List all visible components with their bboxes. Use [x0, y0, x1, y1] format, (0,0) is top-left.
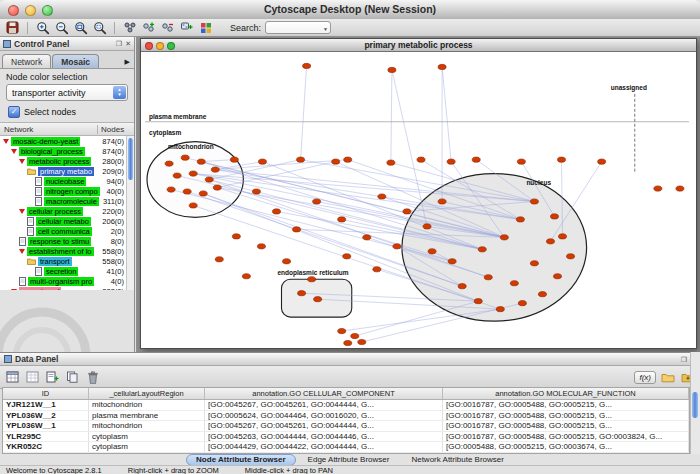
- table-column-header[interactable]: _cellularLayoutRegion: [89, 388, 205, 399]
- table-scrollbar-thumb[interactable]: [692, 392, 698, 418]
- tree-scrollbar-thumb[interactable]: [128, 138, 133, 180]
- network-node[interactable]: [438, 64, 446, 69]
- tab-edge-attribute-browser[interactable]: Edge Attribute Browser: [298, 454, 400, 466]
- close-network-icon[interactable]: [145, 42, 153, 50]
- network-node[interactable]: [516, 217, 524, 222]
- network-node[interactable]: [199, 191, 207, 196]
- network-node[interactable]: [496, 307, 504, 312]
- network-node[interactable]: [242, 274, 250, 279]
- table-cell[interactable]: YPL036W__1: [3, 421, 89, 431]
- network-node[interactable]: [344, 157, 352, 162]
- network-node[interactable]: [211, 167, 219, 172]
- network-node[interactable]: [518, 301, 526, 306]
- network-edge[interactable]: [442, 67, 451, 162]
- network-node[interactable]: [438, 199, 446, 204]
- zoom-in-button[interactable]: [34, 20, 51, 36]
- search-input[interactable]: [266, 22, 330, 33]
- network-node[interactable]: [293, 227, 301, 232]
- tree-row[interactable]: response to stimu8(0): [0, 236, 134, 246]
- tree-row[interactable]: cellular process220(0): [0, 206, 134, 216]
- network-node[interactable]: [165, 161, 173, 166]
- tab-network-attribute-browser[interactable]: Network Attribute Browser: [401, 454, 513, 466]
- network-node[interactable]: [378, 194, 386, 199]
- network-edge[interactable]: [391, 70, 392, 163]
- table-column-header[interactable]: ID: [3, 388, 89, 399]
- table-cell[interactable]: [GO:0045267, GO:0045261, GO:0044444, G..…: [205, 421, 443, 431]
- network-node[interactable]: [550, 214, 558, 219]
- network-node[interactable]: [428, 249, 436, 254]
- minimize-window-icon[interactable]: [25, 5, 36, 16]
- table-cell[interactable]: mitochondrion: [89, 400, 205, 410]
- tree-row[interactable]: biological_process874(0): [0, 146, 134, 156]
- unselect-attributes-button[interactable]: [24, 369, 41, 385]
- network-node[interactable]: [474, 299, 482, 304]
- network-node[interactable]: [373, 267, 381, 272]
- table-cell[interactable]: YPL036W__2: [3, 411, 89, 421]
- network-node[interactable]: [167, 187, 175, 192]
- network-node[interactable]: [215, 257, 223, 262]
- table-cell[interactable]: [GO:0005624, GO:0044464, GO:0016020, G..…: [205, 411, 443, 421]
- zoom-out-button[interactable]: [53, 20, 70, 36]
- network-node[interactable]: [351, 333, 359, 338]
- table-cell[interactable]: cytoplasm: [89, 442, 205, 452]
- tree-row[interactable]: metabolic process280(0): [0, 156, 134, 166]
- group-nodes-button[interactable]: [140, 20, 157, 36]
- tree-row[interactable]: cellular metabo206(0): [0, 216, 134, 226]
- zoom-fit-content-button[interactable]: [91, 20, 108, 36]
- expand-triangle-icon[interactable]: [19, 249, 25, 254]
- network-node[interactable]: [530, 199, 538, 204]
- tree-row[interactable]: macromolecule311(0): [0, 196, 134, 206]
- network-node[interactable]: [297, 157, 305, 162]
- network-node[interactable]: [252, 189, 260, 194]
- table-cell[interactable]: YJR121W__1: [3, 400, 89, 410]
- tree-column-network[interactable]: Network: [0, 125, 98, 134]
- table-cell[interactable]: [GO:0005488, GO:0005215, GO:0003674, G..…: [443, 442, 689, 452]
- network-node[interactable]: [387, 160, 395, 165]
- table-row[interactable]: YKR052Ccytoplasm[GO:0044429, GO:0044422,…: [3, 442, 689, 453]
- data-panel-header[interactable]: Data Panel ❐ ✕: [0, 353, 700, 366]
- copy-attribute-button[interactable]: [64, 369, 81, 385]
- chevron-down-icon[interactable]: ▼: [323, 26, 328, 32]
- network-node[interactable]: [298, 291, 306, 296]
- network-node[interactable]: [517, 159, 525, 164]
- tree-row[interactable]: multi-organism pro4(0): [0, 276, 134, 286]
- table-cell[interactable]: [GO:0044429, GO:0044422, GO:0044444, G..…: [205, 442, 443, 452]
- float-panel-icon[interactable]: ❐: [116, 40, 122, 47]
- function-builder-button[interactable]: f(x): [634, 371, 656, 384]
- network-node[interactable]: [558, 157, 566, 162]
- network-node[interactable]: [314, 297, 322, 302]
- expand-triangle-icon[interactable]: [11, 149, 17, 154]
- network-node[interactable]: [183, 189, 191, 194]
- network-node[interactable]: [338, 217, 346, 222]
- close-panel-icon[interactable]: ✕: [125, 40, 131, 47]
- network-node[interactable]: [363, 235, 371, 240]
- save-session-button[interactable]: [4, 20, 21, 36]
- network-node[interactable]: [458, 284, 466, 289]
- table-row[interactable]: YJR121W__1mitochondrion[GO:0045267, GO:0…: [3, 400, 689, 411]
- network-edge[interactable]: [392, 70, 427, 226]
- tree-row[interactable]: cell communica2(0): [0, 226, 134, 236]
- tree-row[interactable]: nitrogen compo40(0): [0, 186, 134, 196]
- network-node[interactable]: [484, 275, 492, 280]
- network-node[interactable]: [272, 209, 280, 214]
- table-column-header[interactable]: annotation.GO MOLECULAR_FUNCTION: [443, 388, 689, 399]
- tab-scroll-right-icon[interactable]: ▶: [123, 58, 132, 68]
- tree-row[interactable]: mosaic-demo-yeast874(0): [0, 136, 134, 146]
- control-panel-header[interactable]: Control Panel ❐ ✕: [0, 37, 134, 51]
- network-node[interactable]: [423, 224, 431, 229]
- network-node[interactable]: [344, 340, 352, 345]
- network-node[interactable]: [332, 159, 340, 164]
- table-cell[interactable]: [GO:0016787, GO:0005488, GO:0005215, G..…: [443, 411, 689, 421]
- network-node[interactable]: [197, 159, 205, 164]
- network-node[interactable]: [654, 186, 662, 191]
- network-node[interactable]: [417, 157, 425, 162]
- tree-row[interactable]: nucleobase94(0): [0, 176, 134, 186]
- expand-triangle-icon[interactable]: [19, 209, 25, 214]
- network-node[interactable]: [388, 67, 396, 72]
- network-node[interactable]: [403, 209, 411, 214]
- expand-triangle-icon[interactable]: [3, 139, 9, 144]
- node-color-dropdown[interactable]: transporter activity ▲▼: [6, 84, 128, 101]
- network-node[interactable]: [538, 292, 546, 297]
- network-graph[interactable]: plasma membranecytoplasmmitochondrionnuc…: [141, 52, 696, 348]
- delete-attribute-button[interactable]: [84, 369, 101, 385]
